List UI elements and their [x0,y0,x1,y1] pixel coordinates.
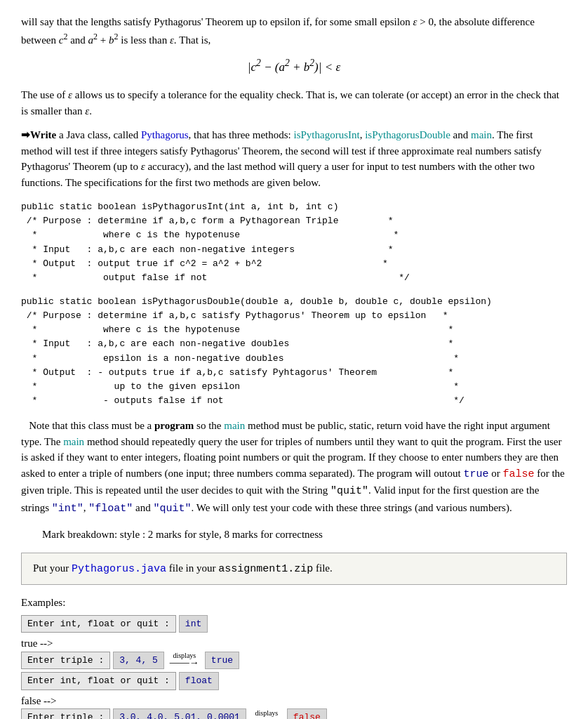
displays-arrow-2: displays ——→ [252,710,281,719]
result-box-1: true [205,652,239,670]
program-word: program [154,420,194,431]
false-keyword: false [502,468,534,480]
example-row-4: Enter triple : 3.0, 4.0, 5.01, 0.0001 di… [21,708,567,719]
float-string: "float" [88,503,133,515]
prompt-box-4: Enter triple : [21,708,110,719]
main-link-2[interactable]: main [63,436,84,447]
example-row-3: Enter int, float or quit : float [21,672,567,690]
main-link-1[interactable]: main [224,420,245,431]
class-name-link[interactable]: Pythagorus [141,129,189,140]
displays-line-1: ——→ [170,658,199,668]
method1-link[interactable]: isPythagorusInt [293,129,359,140]
displays-arrow-1: displays ——→ [170,652,199,668]
prompt-box-1: Enter int, float or quit : [21,615,176,633]
examples-section: Examples: Enter int, float or quit : int… [21,595,567,719]
example-row-1: Enter int, float or quit : int [21,615,567,633]
true-keyword: true [463,468,488,480]
quit-string: "quit" [330,485,368,497]
examples-label: Examples: [21,595,567,611]
value-box-4: 3.0, 4.0, 5.01, 0.0001 [113,708,246,719]
quit-string-2: "quit" [153,503,191,515]
displays-line-2: ——→ [252,715,281,719]
example-row-2: Enter triple : 3, 4, 5 displays ——→ true [21,652,567,670]
method3-link[interactable]: main [471,129,492,140]
task-bullet: ➡Write [21,129,56,140]
value-box-3: float [179,672,219,690]
intro-paragraph-2: The use of ε allows us to specify a tole… [21,87,567,119]
result-box-2: false [287,708,327,719]
note-box: Put your Pythagorus.java file in your as… [21,553,567,586]
marks-line: Mark breakdown: style : 2 marks for styl… [42,527,567,543]
filename-mono: Pythagorus.java [72,563,166,575]
code-block-2: public static boolean isPythagorusDouble… [21,295,567,408]
note-paragraph: Note that this class must be a program s… [21,418,567,517]
zipname-mono: assignment1.zip [218,563,313,575]
prompt-box-3: Enter int, float or quit : [21,672,176,690]
code-block-1: public static boolean isPythagorusInt(in… [21,200,567,285]
value-box-1: int [179,615,208,633]
task-paragraph: ➡Write a Java class, called Pythagorus, … [21,127,567,190]
int-string: "int" [52,503,83,515]
prompt-box-2: Enter triple : [21,652,110,670]
method2-link[interactable]: isPythagorusDouble [365,129,450,140]
intro-paragraph-1: will say that the lengths satisfy Pythag… [21,14,567,48]
math-formula: |c2 − (a2 + b2)| < ε [21,56,567,76]
value-box-2: 3, 4, 5 [113,652,164,670]
